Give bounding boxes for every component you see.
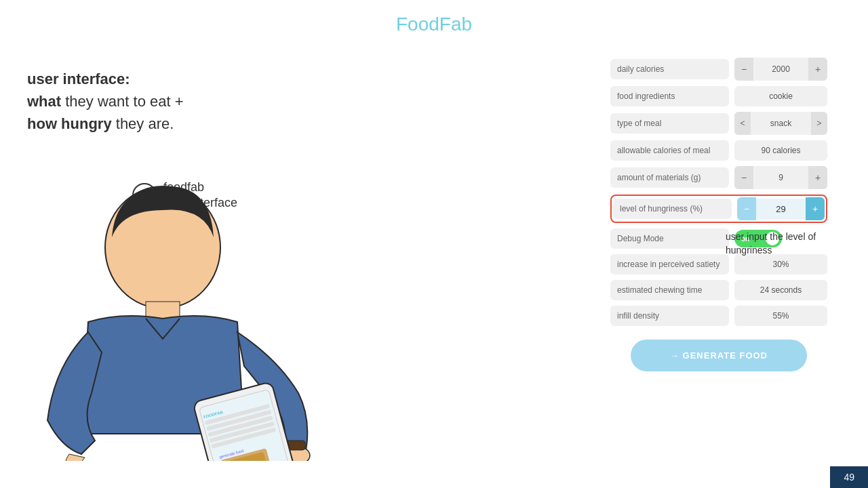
desc-bold-3: how hungry [27, 115, 112, 132]
desc-normal-3: they are. [112, 115, 174, 132]
hungriness-highlighted-row: level of hungriness (%) − 29 + [610, 195, 827, 223]
desc-bold-1: user interface: [27, 70, 130, 87]
chewing-time-value: 24 seconds [734, 280, 827, 300]
type-of-meal-stepper[interactable]: < snack > [734, 112, 827, 135]
hungriness-annotation: user input the level of hungriness [726, 230, 861, 257]
infill-density-value: 55% [734, 306, 827, 326]
hungriness-plus[interactable]: + [806, 197, 825, 220]
amount-plus[interactable]: + [808, 166, 827, 189]
form-panel: daily calories − 2000 + food ingredients… [610, 58, 827, 371]
desc-normal-2: they want to eat + [61, 93, 183, 110]
type-meal-value: snack [751, 119, 811, 128]
infill-density-row: infill density 55% [610, 306, 827, 326]
chewing-time-label: estimated chewing time [610, 280, 729, 300]
type-of-meal-row: type of meal < snack > [610, 112, 827, 135]
daily-calories-label: daily calories [610, 59, 729, 79]
hungriness-row: level of hungriness (%) − 29 + [613, 197, 825, 220]
app-title: FoodFab [396, 14, 472, 35]
chewing-time-row: estimated chewing time 24 seconds [610, 280, 827, 300]
daily-calories-minus[interactable]: − [734, 58, 753, 81]
page-number: 49 [830, 466, 868, 488]
hungriness-minus[interactable]: − [737, 197, 756, 220]
amount-value: 9 [753, 173, 808, 182]
ui-description: user interface: what they want to eat + … [27, 68, 366, 135]
satiety-label: increase in perceived satiety [610, 254, 729, 274]
generate-food-button[interactable]: → GENERATE FOOD [631, 340, 807, 371]
hungriness-value: 29 [756, 199, 806, 220]
desc-bold-2: what [27, 93, 61, 110]
satiety-row: increase in perceived satiety 30% [610, 254, 827, 274]
daily-calories-value: 2000 [753, 64, 808, 74]
amount-materials-stepper[interactable]: − 9 + [734, 166, 827, 189]
type-meal-next[interactable]: > [811, 112, 827, 135]
type-meal-prev[interactable]: < [734, 112, 751, 135]
allowable-calories-value: 90 calories [734, 140, 827, 161]
debug-mode-label: Debug Mode [610, 228, 729, 249]
phone-illustration: FOODFAB generate food [27, 149, 332, 461]
infill-density-label: infill density [610, 306, 729, 326]
allowable-calories-row: allowable calories of meal 90 calories [610, 140, 827, 161]
amount-minus[interactable]: − [734, 166, 753, 189]
allowable-calories-label: allowable calories of meal [610, 140, 729, 161]
daily-calories-stepper[interactable]: − 2000 + [734, 58, 827, 81]
amount-materials-row: amount of materials (g) − 9 + [610, 166, 827, 189]
daily-calories-plus[interactable]: + [808, 58, 827, 81]
amount-materials-label: amount of materials (g) [610, 167, 729, 188]
food-ingredients-label: food ingredients [610, 86, 729, 106]
type-of-meal-label: type of meal [610, 113, 729, 134]
hungriness-label: level of hungriness (%) [613, 199, 732, 219]
food-ingredients-row: food ingredients cookie [610, 86, 827, 106]
hungriness-stepper[interactable]: − 29 + [737, 197, 825, 220]
food-ingredients-value: cookie [734, 86, 827, 106]
satiety-value: 30% [734, 254, 827, 274]
daily-calories-row: daily calories − 2000 + [610, 58, 827, 81]
